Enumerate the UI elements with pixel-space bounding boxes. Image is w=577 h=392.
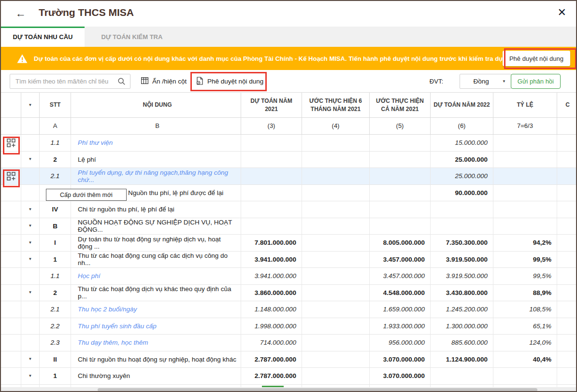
row-ty-le-cell[interactable] — [493, 135, 557, 151]
row-ty-le-cell[interactable] — [493, 168, 557, 184]
table-row[interactable]: ▼1Chi thường xuyên2.787.000.0003.070.000… — [1, 368, 577, 385]
row-du-toan-2022-cell[interactable]: 3.919.500.000 — [431, 252, 493, 268]
row-du-toan-2022-cell[interactable]: 15.000.000 — [431, 135, 493, 151]
row-content-cell[interactable]: Phí tuyển dụng, dự thi nâng ngạch,thăng … — [71, 168, 241, 184]
row-stt-cell[interactable]: 2 — [40, 152, 71, 168]
row-ty-le-cell[interactable] — [493, 152, 557, 168]
row-stt-cell[interactable]: B — [40, 218, 71, 235]
row-expand-cell[interactable]: ▼ — [21, 285, 40, 301]
search-input[interactable] — [10, 78, 116, 85]
row-uoc-ca-nam-2021-cell[interactable]: 3.070.000.000 — [370, 351, 431, 368]
add-subordinate-icon[interactable] — [7, 139, 15, 147]
row-uoc-6-thang-2021-cell[interactable] — [302, 252, 370, 268]
row-uoc-ca-nam-2021-cell[interactable] — [370, 152, 431, 168]
row-du-toan-2022-cell[interactable]: 1.300.000.000 — [431, 318, 493, 335]
row-du-toan-2021-cell[interactable] — [241, 135, 302, 151]
table-row[interactable]: ▼2Lệ phí25.000.000 — [1, 152, 577, 168]
row-content-cell[interactable]: Chi thường xuyên — [71, 368, 241, 384]
row-ty-le-cell[interactable]: 108,5% — [493, 301, 557, 318]
row-expand-cell[interactable]: ▼ — [21, 152, 40, 168]
row-ty-le-cell[interactable]: 40,4% — [493, 351, 557, 368]
expand-caret-icon[interactable]: ▼ — [29, 357, 32, 361]
row-uoc-ca-nam-2021-cell[interactable] — [370, 218, 431, 235]
row-stt-cell[interactable]: 2 — [40, 285, 71, 301]
row-uoc-ca-nam-2021-cell[interactable]: 1.659.000.000 — [370, 301, 431, 318]
row-ty-le-cell[interactable] — [493, 368, 557, 384]
row-du-toan-2022-cell[interactable]: 1.124.900.000 — [431, 351, 493, 368]
row-uoc-6-thang-2021-cell[interactable] — [302, 301, 370, 318]
row-du-toan-2022-cell[interactable]: 90.000.000 — [431, 185, 493, 201]
row-du-toan-2022-cell[interactable]: 3.919.500.000 — [431, 268, 493, 284]
row-expand-cell[interactable]: ▼ — [21, 201, 40, 218]
expand-caret-icon[interactable]: ▼ — [29, 208, 32, 211]
hide-show-columns-button[interactable]: Ẩn /hiện cột — [141, 74, 187, 89]
table-row[interactable]: 2.3Thu dạy thêm, học thêm714.000.000956.… — [1, 335, 577, 351]
row-du-toan-2022-cell[interactable]: 1.245.200.000 — [431, 301, 493, 318]
table-row[interactable]: 2.1Phí tuyển dụng, dự thi nâng ngạch,thă… — [1, 168, 577, 185]
row-action-cell[interactable] — [1, 135, 21, 151]
row-content-cell[interactable]: Thu từ các hoạt động cung cấp các dịch v… — [71, 252, 241, 268]
column-header-6[interactable]: ƯỚC THỰC HIỆN CẢ NĂM 2021 — [370, 93, 431, 118]
row-uoc-6-thang-2021-cell[interactable] — [302, 368, 370, 384]
table-row[interactable]: ▼2Thu từ các hoạt động dịch vụ khác theo… — [1, 285, 577, 302]
row-expand-cell[interactable]: ▼ — [21, 351, 40, 368]
row-uoc-ca-nam-2021-cell[interactable]: 956.000.000 — [370, 335, 431, 351]
column-header-0[interactable] — [1, 93, 21, 118]
row-stt-cell[interactable]: 2.2 — [40, 318, 71, 335]
column-header-7[interactable]: DỰ TOÁN NĂM 2022 — [431, 93, 493, 118]
row-content-cell[interactable]: Phí thư viện — [71, 135, 241, 151]
row-du-toan-2021-cell[interactable]: 1.998.000.000 — [241, 318, 302, 335]
table-row[interactable]: ▼IIChi từ nguồn thu hoạt động sự nghiệp,… — [1, 351, 577, 368]
search-icon[interactable] — [116, 77, 130, 85]
row-content-cell[interactable]: NGUỒN HOẠT ĐỘNG SỰ NGHIỆP DỊCH VỤ, HOẠT … — [71, 218, 241, 235]
row-du-toan-2021-cell[interactable]: 1.148.000.000 — [241, 301, 302, 318]
row-stt-cell[interactable]: 1 — [40, 252, 71, 268]
row-uoc-6-thang-2021-cell[interactable] — [302, 351, 370, 368]
row-du-toan-2022-cell[interactable]: 25.000.000 — [431, 168, 493, 184]
row-uoc-6-thang-2021-cell[interactable] — [302, 285, 370, 301]
row-content-cell[interactable]: Thu dạy thêm, học thêm — [71, 335, 241, 351]
row-du-toan-2021-cell[interactable]: 714.000.000 — [241, 335, 302, 351]
table-row[interactable]: 1.1Học phí3.941.000.0003.457.000.0003.91… — [1, 268, 577, 285]
table-row[interactable]: 2.1Thu học 2 buổi/ngày1.148.000.0001.659… — [1, 301, 577, 318]
expand-caret-icon[interactable]: ▼ — [29, 291, 32, 294]
row-uoc-ca-nam-2021-cell[interactable] — [370, 135, 431, 151]
expand-caret-icon[interactable]: ▼ — [29, 224, 32, 228]
column-header-1[interactable]: ▼ — [21, 93, 40, 118]
row-du-toan-2022-cell[interactable]: 885.600.000 — [431, 335, 493, 351]
row-content-cell[interactable]: Lệ phí — [71, 152, 241, 168]
table-row[interactable]: ▼IDự toán thu từ hoạt động sự nghiệp dịc… — [1, 235, 577, 252]
expand-caret-icon[interactable]: ▼ — [29, 241, 32, 245]
row-expand-cell[interactable]: ▼ — [21, 235, 40, 251]
row-uoc-6-thang-2021-cell[interactable] — [302, 135, 370, 151]
row-ty-le-cell[interactable]: 124,0% — [493, 335, 557, 351]
row-uoc-6-thang-2021-cell[interactable] — [302, 152, 370, 168]
row-du-toan-2022-cell[interactable]: 3.430.800.000 — [431, 285, 493, 301]
row-du-toan-2021-cell[interactable]: 3.941.000.000 — [241, 268, 302, 284]
row-content-cell[interactable]: Thu phí tuyển sinh đầu cấp — [71, 318, 241, 335]
column-header-8[interactable]: TỶ LỆ — [493, 93, 557, 118]
row-ty-le-cell[interactable] — [493, 218, 557, 235]
row-ty-le-cell[interactable]: 99,5% — [493, 268, 557, 284]
row-uoc-ca-nam-2021-cell[interactable] — [370, 168, 431, 184]
row-du-toan-2021-cell[interactable]: 2.787.000.000 — [241, 351, 302, 368]
row-ty-le-cell[interactable]: 94,2% — [493, 235, 557, 251]
row-stt-cell[interactable]: 1.1 — [40, 135, 71, 151]
row-du-toan-2021-cell[interactable] — [241, 152, 302, 168]
row-du-toan-2021-cell[interactable] — [241, 185, 302, 201]
expand-caret-icon[interactable]: ▼ — [29, 374, 32, 378]
expand-caret-icon[interactable]: ▼ — [29, 157, 32, 161]
row-uoc-6-thang-2021-cell[interactable] — [302, 185, 370, 201]
row-ty-le-cell[interactable] — [493, 201, 557, 218]
row-content-cell[interactable]: Dự toán thu từ hoạt động sự nghiệp dịch … — [71, 235, 241, 251]
column-header-3[interactable]: NỘI DUNG — [71, 93, 241, 118]
row-du-toan-2022-cell[interactable]: 25.000.000 — [431, 152, 493, 168]
row-du-toan-2022-cell[interactable]: 7.350.300.000 — [431, 235, 493, 251]
row-du-toan-2022-cell[interactable] — [431, 368, 493, 384]
row-uoc-6-thang-2021-cell[interactable] — [302, 168, 370, 184]
row-ty-le-cell[interactable]: 88,9% — [493, 285, 557, 301]
row-du-toan-2021-cell[interactable] — [241, 218, 302, 235]
tab-du-toan-nhu-cau[interactable]: DỰ TOÁN NHU CẦU — [1, 27, 85, 47]
column-header-5[interactable]: ƯỚC THỰC HIỆN 6 THÁNG NĂM 2021 — [302, 93, 370, 118]
unit-dropdown[interactable]: Đồng ▼ — [460, 74, 511, 89]
